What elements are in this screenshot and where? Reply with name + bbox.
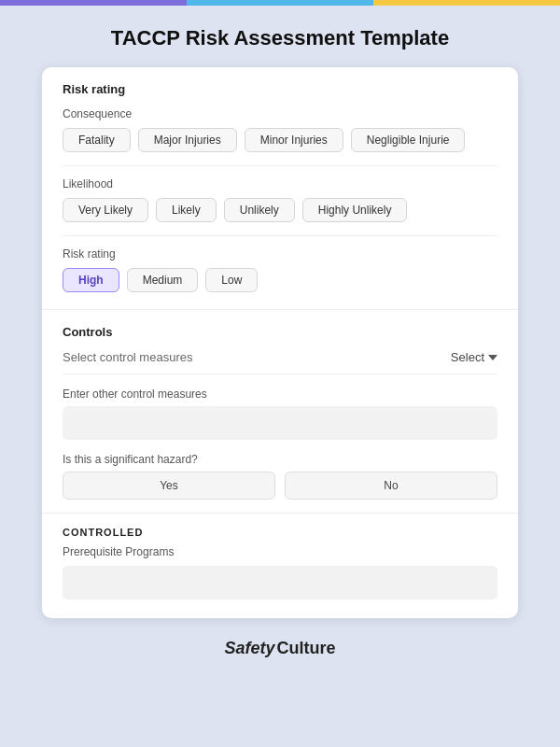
prereq-label: Prerequisite Programs	[42, 545, 518, 566]
yes-button[interactable]: Yes	[63, 472, 275, 500]
risk-low[interactable]: Low	[205, 268, 258, 292]
other-measures-label: Enter other control measures	[63, 388, 497, 401]
other-measures-input[interactable]	[63, 406, 497, 440]
divider-2	[63, 235, 497, 236]
risk-rating-label: Risk rating	[63, 247, 497, 261]
top-bar-yellow	[373, 0, 560, 6]
significant-hazard-subsection: Is this a significant hazard? Yes No	[63, 453, 497, 500]
likelihood-btn-group: Very Likely Likely Unlikely Highly Unlik…	[63, 198, 497, 222]
likelihood-highly-unlikely[interactable]: Highly Unlikely	[302, 198, 408, 222]
consequence-minor-injuries[interactable]: Minor Injuries	[245, 128, 343, 152]
consequence-btn-group: Fatality Major Injuries Minor Injuries N…	[63, 128, 497, 152]
risk-rating-subsection: Risk rating High Medium Low	[63, 247, 497, 292]
top-bar-purple	[0, 0, 187, 6]
select-measures-label: Select control measures	[63, 350, 192, 364]
divider-1	[63, 165, 497, 166]
likelihood-very-likely[interactable]: Very Likely	[63, 198, 148, 222]
brand-safety: Safety	[224, 639, 274, 658]
controls-section-title: Controls	[63, 325, 497, 339]
likelihood-unlikely[interactable]: Unlikely	[224, 198, 295, 222]
yes-no-group: Yes No	[63, 472, 497, 500]
brand-footer: Safety Culture	[224, 639, 335, 658]
controlled-section: CONTROLLED Prerequisite Programs	[42, 514, 518, 599]
top-bar-blue	[187, 0, 373, 6]
consequence-negligible[interactable]: Negligible Injurie	[351, 128, 466, 152]
consequence-major-injuries[interactable]: Major Injuries	[138, 128, 237, 152]
brand-culture: Culture	[277, 639, 336, 658]
other-measures-subsection: Enter other control measures	[63, 388, 497, 440]
risk-medium[interactable]: Medium	[127, 268, 199, 292]
main-card: Risk rating Consequence Fatality Major I…	[42, 67, 518, 618]
no-button[interactable]: No	[285, 472, 497, 500]
page-title: TACCP Risk Assessment Template	[0, 26, 560, 50]
controls-section: Controls Select control measures Select …	[42, 310, 518, 514]
likelihood-likely[interactable]: Likely	[156, 198, 217, 222]
likelihood-label: Likelihood	[63, 177, 497, 190]
significant-hazard-label: Is this a significant hazard?	[63, 453, 497, 466]
select-measures-trigger[interactable]: Select	[451, 350, 497, 364]
risk-rating-btn-group: High Medium Low	[63, 268, 497, 292]
risk-rating-section: Risk rating Consequence Fatality Major I…	[42, 67, 518, 310]
consequence-subsection: Consequence Fatality Major Injuries Mino…	[63, 107, 497, 152]
consequence-label: Consequence	[63, 107, 497, 120]
chevron-down-icon	[488, 355, 497, 360]
prereq-input[interactable]	[63, 566, 497, 599]
select-control-measures-row: Select control measures Select	[63, 350, 497, 374]
likelihood-subsection: Likelihood Very Likely Likely Unlikely H…	[63, 177, 497, 222]
risk-rating-section-title: Risk rating	[63, 82, 497, 96]
select-measures-value: Select	[451, 350, 484, 364]
top-bar	[0, 0, 560, 6]
consequence-fatality[interactable]: Fatality	[63, 128, 131, 152]
risk-high[interactable]: High	[63, 268, 119, 292]
controlled-title: CONTROLLED	[42, 514, 518, 545]
